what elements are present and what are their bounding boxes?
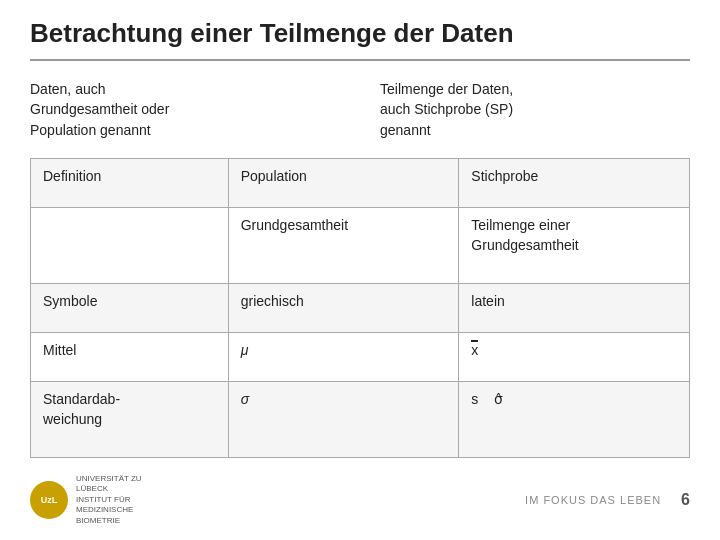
cell-sti-2: Teilmenge einerGrundgesamtheit	[459, 208, 690, 284]
intro-left: Daten, auchGrundgesamtheit oderPopulatio…	[30, 79, 340, 140]
cell-pop-5: σ	[228, 382, 459, 458]
intro-right: Teilmenge der Daten,auch Stichprobe (SP)…	[380, 79, 690, 140]
page-number: 6	[681, 491, 690, 509]
cell-sti-5: s σ̂	[459, 382, 690, 458]
university-logo: UzL	[30, 481, 68, 519]
table-row: Symbole griechisch latein	[31, 283, 690, 332]
cell-sti-3: latein	[459, 283, 690, 332]
cell-pop-1: Population	[228, 158, 459, 207]
footer-tagline: IM FOKUS DAS LEBEN	[525, 494, 661, 506]
table-row: Mittel μ x ‾	[31, 333, 690, 382]
cell-def-4: Mittel	[31, 333, 229, 382]
table-row: Standardab-weichung σ s σ̂	[31, 382, 690, 458]
cell-def-1: Definition	[31, 158, 229, 207]
intro-row: Daten, auchGrundgesamtheit oderPopulatio…	[30, 79, 690, 140]
cell-pop-3: griechisch	[228, 283, 459, 332]
cell-pop-2: Grundgesamtheit	[228, 208, 459, 284]
cell-sti-1: Stichprobe	[459, 158, 690, 207]
table-row: Grundgesamtheit Teilmenge einerGrundgesa…	[31, 208, 690, 284]
cell-pop-4: μ	[228, 333, 459, 382]
footer: UzL UNIVERSITÄT ZU LÜBECKINSTITUT FÜR ME…	[30, 468, 690, 526]
page-title: Betrachtung einer Teilmenge der Daten	[30, 18, 690, 61]
cell-def-2	[31, 208, 229, 284]
footer-logo: UzL UNIVERSITÄT ZU LÜBECKINSTITUT FÜR ME…	[30, 474, 166, 526]
table-row: Definition Population Stichprobe	[31, 158, 690, 207]
data-table: Definition Population Stichprobe Grundge…	[30, 158, 690, 458]
page: Betrachtung einer Teilmenge der Daten Da…	[0, 0, 720, 540]
cell-sti-4: x ‾	[459, 333, 690, 382]
logo-text: UNIVERSITÄT ZU LÜBECKINSTITUT FÜR MEDIZI…	[76, 474, 166, 526]
cell-def-3: Symbole	[31, 283, 229, 332]
cell-def-5: Standardab-weichung	[31, 382, 229, 458]
